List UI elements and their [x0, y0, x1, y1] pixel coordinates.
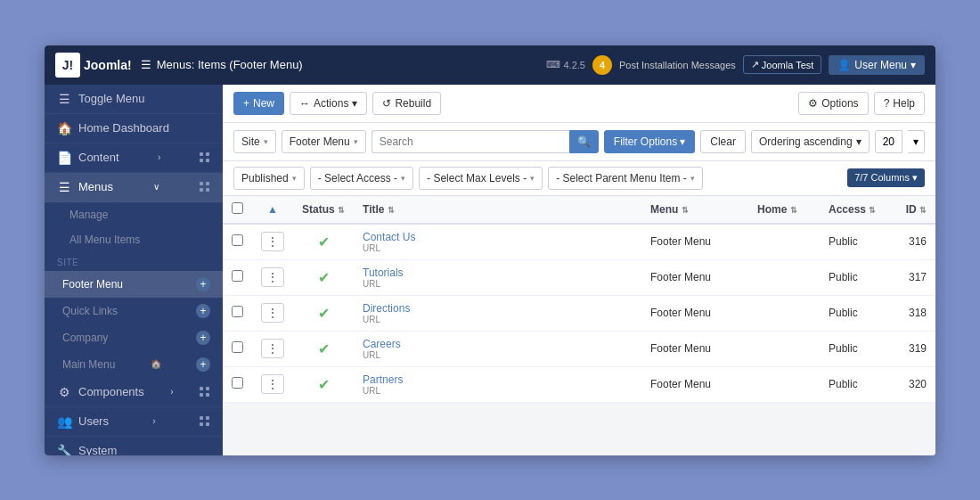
help-button[interactable]: ? Help — [874, 92, 925, 115]
sidebar-system-label: System — [78, 444, 117, 455]
row-title-link-0[interactable]: Contact Us — [363, 231, 415, 243]
published-filter[interactable]: Published ▾ — [233, 167, 305, 190]
search-button[interactable]: 🔍 — [569, 130, 599, 153]
row-checkbox-1[interactable] — [232, 270, 243, 282]
title-header[interactable]: Title ⇅ — [363, 203, 395, 216]
user-menu-button[interactable]: 👤 User Menu ▾ — [829, 55, 925, 75]
options-button[interactable]: ⚙ Options — [798, 92, 868, 115]
sidebar-item-home[interactable]: 🏠 Home Dashboard — [45, 114, 223, 143]
sidebar-item-all-menu-items[interactable]: All Menu Items — [45, 227, 223, 252]
title-header-cell: Title ⇅ — [354, 196, 641, 224]
row-checkbox-2[interactable] — [232, 306, 243, 317]
joomla-test-button[interactable]: ↗ Joomla Test — [743, 55, 822, 74]
row-access-cell-2: Public — [820, 295, 891, 331]
search-input[interactable] — [372, 130, 569, 153]
row-title-link-4[interactable]: Partners — [363, 373, 403, 386]
new-button[interactable]: + New — [233, 92, 284, 115]
access-header-cell: Access ⇅ — [820, 196, 891, 224]
row-more-button-1[interactable]: ⋮ — [261, 267, 284, 287]
row-checkbox-cell-3 — [223, 331, 252, 366]
max-levels-filter[interactable]: - Select Max Levels - ▾ — [419, 167, 543, 190]
sidebar-item-users[interactable]: 👥 Users › — [45, 407, 223, 437]
sidebar-item-system[interactable]: 🔧 System — [45, 437, 223, 455]
access-filter[interactable]: - Select Access - ▾ — [310, 167, 413, 190]
components-icon: ⚙ — [57, 385, 71, 399]
row-status-cell-4: ✔ — [293, 366, 354, 402]
joomla-logo-icon: J! — [55, 53, 80, 78]
gear-icon: ⚙ — [808, 97, 818, 110]
sidebar-toggle-label: Toggle Menu — [78, 92, 144, 105]
row-more-button-4[interactable]: ⋮ — [261, 374, 284, 394]
user-avatar-icon: 👤 — [837, 59, 851, 71]
home-header[interactable]: Home ⇅ — [757, 203, 797, 216]
parent-menu-filter[interactable]: - Select Parent Menu Item - ▾ — [548, 167, 703, 190]
row-menu-value-1: Footer Menu — [650, 271, 711, 283]
status-header[interactable]: Status ⇅ — [302, 203, 345, 216]
row-status-cell-2: ✔ — [293, 295, 354, 331]
row-menu-cell-0: Footer Menu — [641, 224, 748, 260]
clear-button[interactable]: Clear — [700, 130, 746, 153]
row-checkbox-0[interactable] — [232, 234, 243, 246]
count-caret-button[interactable]: ▾ — [908, 130, 925, 153]
sidebar-item-quick-links[interactable]: Quick Links + — [45, 298, 223, 324]
filter-options-button[interactable]: Filter Options ▾ — [604, 130, 695, 153]
clear-label: Clear — [710, 135, 736, 148]
table-row: ⋮ ✔ Contact Us URL Footer Menu Public 31… — [223, 224, 935, 260]
row-checkbox-3[interactable] — [232, 341, 243, 353]
row-home-cell-4 — [748, 366, 820, 402]
id-sort-icon: ⇅ — [919, 206, 927, 215]
actions-button[interactable]: ↔ Actions ▾ — [290, 92, 367, 115]
add-main-menu-button[interactable]: + — [196, 357, 210, 372]
sidebar-item-main-menu[interactable]: Main Menu 🏠 + — [45, 351, 223, 378]
sidebar-item-toggle[interactable]: ☰ Toggle Menu — [45, 85, 223, 114]
rebuild-label: Rebuild — [395, 97, 431, 110]
row-title-link-2[interactable]: Directions — [363, 302, 410, 315]
row-more-cell-2: ⋮ — [252, 295, 293, 331]
ordering-label: Ordering ascending — [759, 135, 853, 148]
table-header-row: ▲ Status ⇅ Title — [223, 196, 935, 224]
notification-button[interactable]: 4 — [592, 55, 612, 75]
chevron-right-icon2: › — [170, 387, 173, 397]
count-select[interactable]: 20 — [875, 130, 902, 153]
row-title-link-1[interactable]: Tutorials — [363, 266, 404, 279]
sidebar-item-menus[interactable]: ☰ Menus ∨ — [45, 173, 223, 202]
site-filter[interactable]: Site ▾ — [233, 130, 276, 153]
sidebar-item-footer-menu[interactable]: Footer Menu + — [45, 271, 223, 298]
row-more-button-3[interactable]: ⋮ — [261, 339, 284, 358]
row-access-cell-4: Public — [820, 366, 891, 402]
row-home-cell-1 — [748, 259, 820, 295]
menu-header[interactable]: Menu ⇅ — [650, 203, 689, 216]
access-caret-icon: ▾ — [401, 174, 405, 183]
rebuild-button[interactable]: ↺ Rebuild — [372, 92, 441, 115]
check-all-checkbox[interactable] — [232, 202, 243, 214]
sidebar-item-components[interactable]: ⚙ Components › — [45, 378, 223, 407]
row-status-icon-3[interactable]: ✔ — [318, 341, 330, 357]
sidebar-item-manage[interactable]: Manage — [45, 202, 223, 227]
row-access-cell-1: Public — [820, 259, 891, 295]
sidebar-item-company[interactable]: Company + — [45, 324, 223, 351]
row-access-value-1: Public — [829, 271, 858, 283]
row-home-cell-0 — [748, 224, 820, 260]
sidebar-item-content[interactable]: 📄 Content › — [45, 143, 223, 173]
add-company-button[interactable]: + — [196, 331, 210, 345]
check-all-header — [223, 196, 252, 224]
id-header[interactable]: ID ⇅ — [906, 203, 927, 216]
footer-menu-filter[interactable]: Footer Menu ▾ — [282, 130, 366, 153]
grid-icon3 — [200, 387, 210, 398]
add-footer-menu-button[interactable]: + — [196, 277, 210, 291]
row-status-icon-0[interactable]: ✔ — [318, 234, 330, 250]
row-more-button-0[interactable]: ⋮ — [261, 232, 284, 251]
add-quick-links-button[interactable]: + — [196, 304, 210, 318]
row-title-link-3[interactable]: Careers — [363, 338, 401, 350]
row-status-icon-4[interactable]: ✔ — [318, 377, 330, 392]
row-type-label-4: URL — [363, 386, 633, 396]
columns-button[interactable]: 7/7 Columns ▾ — [847, 168, 925, 187]
row-checkbox-4[interactable] — [232, 377, 243, 389]
access-header[interactable]: Access ⇅ — [829, 203, 876, 216]
row-more-button-2[interactable]: ⋮ — [261, 303, 284, 323]
site-filter-label: Site — [241, 135, 260, 148]
sidebar-home-label: Home Dashboard — [78, 121, 169, 135]
row-status-icon-1[interactable]: ✔ — [318, 270, 330, 285]
row-status-icon-2[interactable]: ✔ — [318, 306, 330, 321]
ordering-select[interactable]: Ordering ascending ▾ — [751, 130, 870, 153]
